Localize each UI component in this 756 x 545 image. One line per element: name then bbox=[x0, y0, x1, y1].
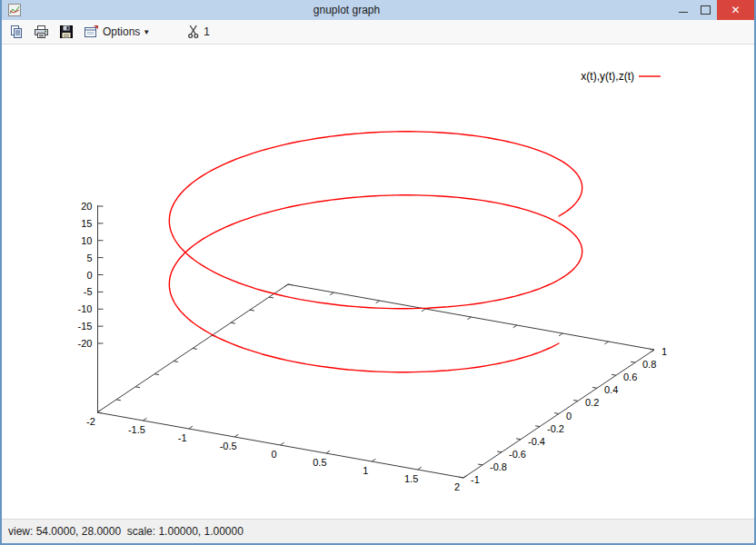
tick-label: 0 bbox=[566, 411, 572, 421]
tick-label: 5 bbox=[86, 253, 92, 263]
minimize-icon bbox=[679, 12, 688, 13]
chevron-down-icon: ▼ bbox=[143, 28, 150, 36]
tick-label: -2 bbox=[86, 416, 95, 427]
maximize-icon bbox=[701, 5, 711, 15]
minimize-button[interactable] bbox=[671, 0, 694, 20]
print-icon bbox=[34, 25, 49, 39]
tick-label: -1 bbox=[178, 432, 187, 443]
tick-label: 0 bbox=[86, 270, 92, 281]
scissors-icon bbox=[187, 25, 200, 39]
toolbar: Options ▼ 1 bbox=[2, 20, 754, 45]
tick-label: 0.2 bbox=[585, 397, 599, 408]
tick-label: 15 bbox=[81, 218, 92, 229]
tick-label: -0.2 bbox=[547, 423, 564, 434]
titlebar: gnuplot graph ✕ bbox=[2, 0, 754, 20]
status-text: view: 54.0000, 28.0000 scale: 1.00000, 1… bbox=[8, 525, 244, 538]
legend-label: x(t),y(t),z(t) bbox=[581, 70, 634, 83]
statusbar: view: 54.0000, 28.0000 scale: 1.00000, 1… bbox=[2, 519, 754, 543]
tick-label: 0.4 bbox=[604, 384, 618, 395]
options-icon bbox=[84, 25, 99, 39]
options-button[interactable]: Options ▼ bbox=[81, 22, 156, 42]
tick-label: -1 bbox=[471, 474, 480, 485]
tick-label: 20 bbox=[81, 201, 92, 212]
tick-label: 0 bbox=[271, 449, 276, 460]
tick-label: 10 bbox=[81, 235, 92, 246]
copy-button[interactable] bbox=[6, 22, 26, 42]
tick-label: -1.5 bbox=[128, 424, 145, 435]
clipboard-select-button[interactable]: 1 bbox=[184, 22, 213, 42]
tick-label: -15 bbox=[78, 321, 93, 332]
tick-label: 2 bbox=[454, 481, 460, 492]
options-label: Options bbox=[103, 25, 140, 38]
save-icon bbox=[59, 25, 74, 39]
plot-svg: 20151050-5-10-15-20-2-1.5-1-0.500.511.52… bbox=[2, 45, 754, 520]
tick-label: 1 bbox=[363, 465, 368, 476]
tick-label: 0.5 bbox=[313, 457, 326, 468]
plot-canvas[interactable]: 20151050-5-10-15-20-2-1.5-1-0.500.511.52… bbox=[2, 45, 754, 519]
gnuplot-app-icon bbox=[7, 3, 22, 17]
tick-label: -0.8 bbox=[490, 461, 507, 472]
tick-label: 1 bbox=[662, 346, 667, 357]
tick-label: -20 bbox=[78, 338, 93, 349]
clipboard-number: 1 bbox=[204, 25, 210, 38]
tick-label: 0.6 bbox=[623, 372, 637, 382]
tick-label: 1.5 bbox=[404, 473, 418, 484]
close-button[interactable]: ✕ bbox=[717, 0, 754, 20]
tick-label: 0.8 bbox=[642, 359, 656, 370]
print-button[interactable] bbox=[31, 22, 52, 42]
tick-label: -0.5 bbox=[220, 441, 237, 451]
tick-label: -10 bbox=[78, 303, 93, 314]
window-title: gnuplot graph bbox=[22, 4, 671, 16]
tick-label: -0.4 bbox=[528, 436, 545, 447]
maximize-button[interactable] bbox=[694, 0, 717, 20]
tick-label: -5 bbox=[84, 286, 93, 297]
helix-curve bbox=[169, 132, 582, 372]
window-controls: ✕ bbox=[671, 0, 754, 20]
copy-icon bbox=[9, 25, 24, 39]
gnuplot-window: gnuplot graph ✕ bbox=[0, 0, 756, 545]
save-button[interactable] bbox=[56, 22, 76, 42]
tick-label: -0.6 bbox=[509, 449, 526, 460]
